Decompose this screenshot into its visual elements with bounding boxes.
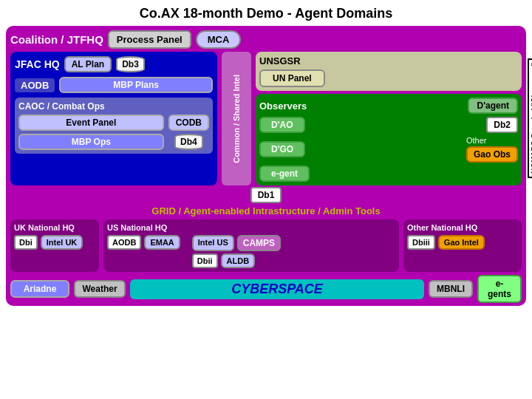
shared-intel-bar: Common / Shared Intel — [222, 52, 251, 185]
event-panel-button[interactable]: Event Panel — [18, 115, 164, 131]
us-aodb-button[interactable]: AODB — [107, 235, 141, 250]
intel-us-box: Intel US — [192, 235, 234, 251]
bottom-bar: Ariadne Weather CYBERSPACE MBNLI e-gents — [10, 275, 522, 303]
weather-button[interactable]: Weather — [74, 280, 126, 298]
mbnli-button[interactable]: MBNLI — [429, 280, 473, 298]
dbi-box: Dbi — [14, 235, 38, 250]
gao-intel-button[interactable]: Gao Intel — [438, 235, 485, 250]
green-section: Observers D'agent D'AO Db2 D'GO Other Ga… — [256, 94, 522, 185]
db1-box: Db1 — [250, 187, 282, 203]
camps-box[interactable]: CAMPS — [237, 235, 281, 251]
aodb-row: AODB MBP Plans — [15, 77, 213, 93]
dao-button[interactable]: D'AO — [259, 117, 305, 133]
us-hq-box: US National HQ AODB EMAA Intel US CAMPS — [103, 219, 399, 272]
dgo-row: D'GO Other Gao Obs — [259, 136, 518, 163]
aldb-button[interactable]: ALDB — [221, 253, 256, 268]
dbiii-box: Dbiii — [407, 235, 435, 250]
caoc-inner: Event Panel MBP Ops CODB Db4 — [18, 115, 209, 150]
us-hq-label: US National HQ — [107, 223, 395, 232]
top-row: Coalition / JTFHQ Process Panel MCA — [10, 30, 522, 49]
nomads-container: NOMADS Guarded "Observers" — [523, 52, 532, 185]
dbii-box: Dbii — [192, 253, 218, 268]
gao-obs-button[interactable]: Gao Obs — [466, 146, 518, 163]
intel-uk-button[interactable]: Intel UK — [41, 235, 83, 250]
db1-row: Db1 — [10, 187, 522, 203]
unsgsr-box: UNSGSR UN Panel — [256, 52, 522, 91]
egent-row: e-gent — [259, 166, 518, 182]
observers-row: Observers D'agent — [259, 98, 518, 114]
jfac-label: JFAC HQ — [15, 58, 60, 70]
mca-button[interactable]: MCA — [196, 30, 242, 49]
db3-box: Db3 — [116, 56, 145, 72]
other-hq-box: Other National HQ Dbiii Gao Intel — [403, 219, 522, 272]
caoc-label: CAOC / Combat Ops — [18, 101, 209, 112]
other-label: Other — [466, 136, 487, 145]
ariadne-button[interactable]: Ariadne — [10, 280, 69, 298]
db4-box: Db4 — [174, 134, 203, 150]
page-title: Co.AX 18-month Demo - Agent Domains — [6, 6, 526, 21]
uk-inner: Dbi Intel UK — [14, 235, 95, 250]
observers-label: Observers — [259, 100, 307, 112]
other-inner: Dbiii Gao Intel — [407, 235, 518, 250]
cyberspace-box[interactable]: CYBERSPACE — [130, 279, 424, 299]
shared-intel-label: Common / Shared Intel — [232, 75, 241, 163]
caoc-left: Event Panel MBP Ops — [18, 115, 164, 150]
un-panel-button[interactable]: UN Panel — [259, 69, 325, 87]
national-hq-row: UK National HQ Dbi Intel UK US National … — [10, 219, 522, 272]
caoc-right: CODB Db4 — [168, 115, 209, 150]
aodb-label: AODB — [15, 78, 55, 92]
egent-button[interactable]: e-gent — [259, 166, 310, 182]
coalition-label: Coalition / JTFHQ — [10, 33, 103, 46]
grid-label: GRID / Agent-enabled Intrastructure / Ad… — [10, 205, 522, 216]
caoc-box: CAOC / Combat Ops Event Panel MBP Ops CO… — [15, 98, 213, 154]
page: Co.AX 18-month Demo - Agent Domains Coal… — [0, 0, 532, 399]
process-panel-button[interactable]: Process Panel — [108, 30, 191, 49]
left-panel: JFAC HQ AL Plan Db3 AODB MBP Plans CAOC … — [10, 52, 217, 185]
mbp-plans-button[interactable]: MBP Plans — [59, 77, 213, 93]
db2-box: Db2 — [486, 117, 518, 133]
unsgsr-label: UNSGSR — [259, 55, 518, 66]
other-hq-label: Other National HQ — [407, 223, 518, 232]
nomads-label: NOMADS Guarded "Observers" — [528, 58, 533, 178]
mbp-ops-button[interactable]: MBP Ops — [18, 134, 164, 150]
bottom-section: UK National HQ Dbi Intel UK US National … — [10, 219, 522, 303]
al-plan-button[interactable]: AL Plan — [64, 56, 112, 72]
jfac-row: JFAC HQ AL Plan Db3 — [15, 56, 213, 72]
other-gao-box: Other Gao Obs — [466, 136, 518, 163]
codb-button[interactable]: CODB — [168, 115, 209, 131]
uk-hq-label: UK National HQ — [14, 223, 95, 232]
egents-button[interactable]: e-gents — [477, 275, 522, 303]
main-container: Coalition / JTFHQ Process Panel MCA JFAC… — [6, 26, 526, 306]
dao-row: D'AO Db2 — [259, 117, 518, 133]
dgo-button[interactable]: D'GO — [259, 141, 305, 157]
dagent-button[interactable]: D'agent — [468, 98, 518, 114]
uk-hq-box: UK National HQ Dbi Intel UK — [10, 219, 99, 272]
emaa-button[interactable]: EMAA — [144, 235, 180, 250]
